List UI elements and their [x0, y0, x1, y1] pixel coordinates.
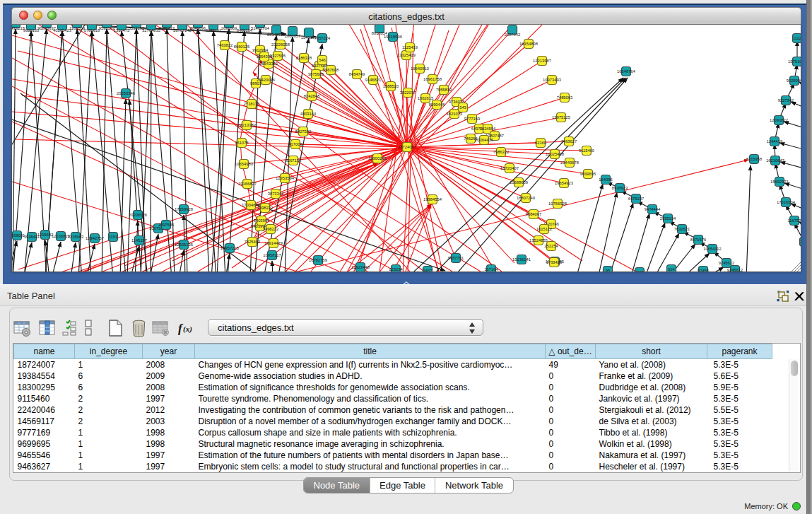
svg-text:23420046: 23420046	[257, 78, 275, 82]
svg-text:10958117: 10958117	[263, 253, 281, 257]
svg-text:3822037: 3822037	[400, 90, 416, 95]
svg-text:8267130: 8267130	[286, 158, 302, 163]
svg-text:1161559: 1161559	[69, 26, 85, 30]
svg-text:19384554: 19384554	[423, 197, 442, 201]
svg-text:161075: 161075	[235, 141, 248, 145]
svg-text:1167: 1167	[800, 240, 801, 244]
svg-text:252254: 252254	[544, 244, 558, 248]
svg-text:12093822: 12093822	[770, 118, 788, 122]
svg-text:9146821: 9146821	[365, 78, 382, 82]
svg-text:15136141: 15136141	[512, 257, 531, 262]
svg-text:9245612: 9245612	[719, 261, 735, 265]
svg-text:3287101: 3287101	[206, 28, 222, 33]
svg-text:9474444: 9474444	[645, 207, 661, 211]
svg-text:7632621: 7632621	[674, 227, 690, 231]
svg-text:3097585: 3097585	[158, 223, 175, 227]
svg-text:19654923: 19654923	[555, 181, 573, 185]
svg-text:1112: 1112	[793, 36, 801, 40]
svg-text:2967608: 2967608	[323, 68, 339, 72]
svg-text:12213987: 12213987	[533, 59, 551, 63]
svg-text:9245: 9245	[635, 270, 645, 271]
svg-text:20206526: 20206526	[129, 213, 147, 217]
svg-text:10654983: 10654983	[235, 162, 253, 166]
svg-text:6479197: 6479197	[628, 197, 645, 201]
svg-text:1362615: 1362615	[418, 96, 434, 100]
svg-text:51462704: 51462704	[251, 26, 270, 30]
svg-text:16914479: 16914479	[264, 241, 283, 245]
svg-text:20364436: 20364436	[475, 138, 493, 142]
svg-text:9699695: 9699695	[580, 172, 596, 176]
svg-text:20053346: 20053346	[117, 91, 135, 95]
svg-text:543: 543	[459, 105, 466, 110]
svg-text:15751074: 15751074	[788, 59, 801, 64]
svg-text:8454749: 8454749	[349, 72, 365, 76]
svg-text:(x): (x)	[183, 325, 192, 334]
svg-text:28148932: 28148932	[267, 33, 286, 37]
svg-text:7463822: 7463822	[217, 43, 233, 47]
svg-text:19166827: 19166827	[238, 182, 257, 186]
svg-text:16543362: 16543362	[259, 62, 278, 66]
svg-text:17016504: 17016504	[777, 200, 796, 204]
svg-text:10973493: 10973493	[543, 78, 561, 82]
svg-text:7463627: 7463627	[561, 139, 577, 144]
svg-text:7625402: 7625402	[245, 240, 261, 244]
svg-text:0781618: 0781618	[84, 28, 100, 33]
svg-text:23226058: 23226058	[271, 42, 290, 47]
svg-text:10756928: 10756928	[548, 201, 567, 206]
svg-text:7955812: 7955812	[436, 88, 452, 92]
svg-text:157164: 157164	[484, 267, 498, 271]
svg-text:8938923: 8938923	[612, 186, 628, 190]
svg-text:18300295: 18300295	[368, 156, 387, 160]
svg-text:116753: 116753	[788, 218, 801, 223]
svg-text:9777169: 9777169	[464, 117, 481, 121]
svg-text:924: 924	[668, 267, 675, 271]
svg-text:3875685: 3875685	[308, 72, 324, 76]
svg-text:9245612: 9245612	[727, 268, 743, 271]
svg-text:32764835: 32764835	[142, 28, 160, 33]
svg-text:1125419: 1125419	[402, 45, 418, 49]
svg-text:8215958: 8215958	[746, 157, 763, 161]
svg-text:546: 546	[319, 58, 326, 62]
svg-text:9593103: 9593103	[99, 26, 115, 30]
svg-text:2935134: 2935134	[660, 216, 676, 221]
svg-text:1244419: 1244419	[767, 139, 783, 144]
svg-text:2691669: 2691669	[221, 26, 237, 30]
svg-text:17359928: 17359928	[175, 207, 193, 211]
svg-text:62160: 62160	[535, 141, 546, 145]
svg-text:10654112: 10654112	[703, 247, 721, 251]
svg-text:417006: 417006	[288, 142, 302, 146]
svg-text:16782759: 16782759	[309, 258, 327, 262]
svg-text:15720407: 15720407	[500, 166, 519, 170]
svg-text:16154808: 16154808	[519, 42, 538, 46]
svg-text:13325419: 13325419	[397, 53, 416, 57]
svg-text:16210643: 16210643	[766, 158, 784, 163]
svg-text:12942757: 12942757	[86, 236, 104, 240]
svg-text:1588520: 1588520	[383, 84, 399, 88]
svg-text:8186328: 8186328	[296, 56, 312, 60]
svg-text:1624554: 1624554	[480, 127, 496, 131]
svg-text:1215682: 1215682	[37, 233, 54, 237]
svg-text:129234: 129234	[389, 267, 403, 271]
svg-text:95: 95	[606, 269, 610, 271]
svg-text:8242848: 8242848	[304, 94, 320, 98]
svg-text:3873342: 3873342	[268, 192, 284, 196]
svg-text:3498222: 3498222	[263, 227, 279, 231]
svg-text:19218506: 19218506	[384, 35, 402, 39]
svg-text:16640910: 16640910	[411, 66, 429, 71]
svg-text:53767242: 53767242	[173, 28, 192, 33]
svg-text:10688609: 10688609	[510, 180, 528, 185]
svg-text:1145197: 1145197	[131, 238, 147, 243]
svg-text:18807249: 18807249	[517, 196, 535, 200]
svg-text:13975125: 13975125	[552, 115, 570, 119]
svg-text:8427552: 8427552	[295, 129, 312, 134]
svg-text:16648764: 16648764	[617, 69, 636, 74]
svg-text:2718170: 2718170	[244, 102, 260, 106]
svg-text:7986322: 7986322	[493, 150, 510, 154]
svg-text:8471676: 8471676	[690, 238, 707, 242]
svg-text:1215683: 1215683	[68, 235, 84, 239]
svg-text:10025438: 10025438	[546, 152, 564, 156]
svg-text:18724007: 18724007	[398, 145, 416, 149]
svg-text:8660125: 8660125	[234, 45, 250, 49]
svg-text:5403994: 5403994	[254, 218, 270, 223]
svg-text:9329996: 9329996	[787, 78, 801, 83]
